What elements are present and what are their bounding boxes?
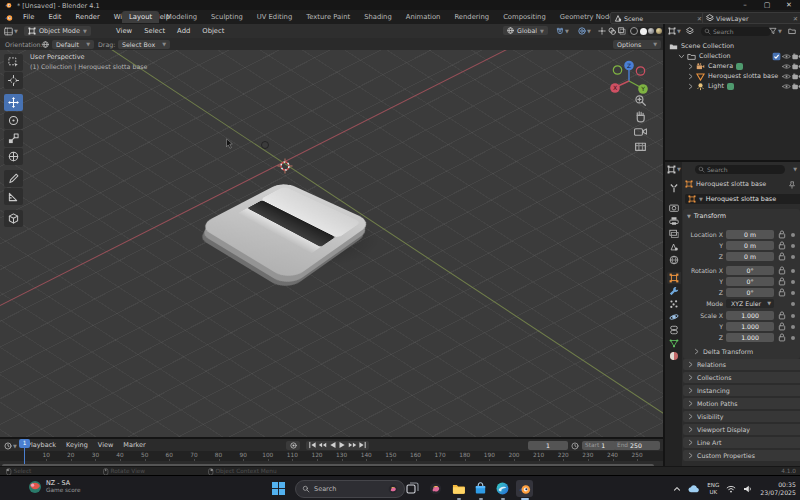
workspace-tab-sculpting[interactable]: Sculpting	[204, 11, 250, 23]
properties-tab-physics[interactable]	[667, 311, 681, 323]
volume-icon[interactable]	[743, 485, 753, 493]
section-collections[interactable]: Collections	[683, 372, 800, 383]
properties-options-chevron-icon[interactable]: ▼	[793, 166, 797, 172]
properties-tab-object[interactable]	[667, 272, 681, 284]
eye-icon[interactable]	[782, 72, 791, 81]
taskbar-icon-blender[interactable]	[516, 480, 533, 497]
lock-open-icon[interactable]	[778, 333, 786, 342]
expand-open-icon[interactable]	[678, 53, 685, 60]
viewport-menu-object[interactable]: Object	[196, 24, 230, 38]
properties-editor-chevron-icon[interactable]: ▼	[677, 166, 681, 172]
minimize-button[interactable]: –	[734, 0, 756, 10]
transform-value-field[interactable]: 0 m	[726, 252, 774, 261]
tray-chevron-up-icon[interactable]	[673, 485, 681, 493]
transform-value-field[interactable]: 0°	[726, 277, 774, 286]
xray-toggle-icon[interactable]	[618, 27, 626, 35]
timeline-menu-marker[interactable]: Marker	[118, 439, 150, 451]
new-collection-icon[interactable]	[788, 27, 796, 35]
viewport-menu-view[interactable]: View	[110, 24, 138, 38]
shading-material-icon[interactable]	[648, 28, 654, 34]
wifi-icon[interactable]	[726, 485, 736, 493]
lock-open-icon[interactable]	[778, 277, 786, 286]
section-delta-transform[interactable]: Delta Transform	[689, 346, 800, 357]
animate-dot-icon[interactable]	[791, 302, 795, 306]
outliner-row-collection[interactable]: Collection	[665, 51, 800, 61]
checkbox-icon[interactable]	[772, 52, 781, 61]
play-reverse-button[interactable]	[328, 441, 337, 449]
eye-icon[interactable]	[782, 62, 791, 71]
object-name-field[interactable]: ▼ Heroquest slotta base	[685, 194, 800, 204]
timeline-editor-type-icon[interactable]	[4, 442, 12, 450]
outliner-row-camera[interactable]: Camera	[665, 61, 800, 71]
tool-annotate[interactable]	[4, 170, 23, 187]
tool-cursor[interactable]	[4, 72, 23, 89]
expand-closed-icon[interactable]	[687, 73, 694, 80]
lock-open-icon[interactable]	[778, 322, 786, 331]
language-indicator[interactable]: ENG UK	[707, 482, 719, 495]
jump-start-button[interactable]	[308, 441, 317, 449]
transform-value-field[interactable]: 1.000	[726, 311, 774, 320]
outliner-search[interactable]: Search	[701, 27, 771, 36]
timeline-editor-chevron-icon[interactable]: ▼	[13, 443, 17, 449]
properties-tab-scene[interactable]	[667, 241, 681, 253]
shading-wireframe-icon[interactable]	[630, 27, 638, 35]
transform-value-field[interactable]: 1.000	[726, 322, 774, 331]
animate-dot-icon[interactable]	[791, 233, 795, 237]
outliner-row-light[interactable]: Light	[665, 81, 800, 91]
transform-section-header[interactable]: ▼ Transform	[687, 212, 726, 220]
camera-toggle-icon[interactable]	[792, 62, 800, 71]
taskbar-icon-task-view[interactable]	[404, 480, 421, 497]
outliner-row-scene-collection[interactable]: Scene Collection	[665, 41, 800, 51]
shading-solid-icon[interactable]	[640, 28, 647, 35]
mode-dropdown[interactable]: Object Mode ▼	[24, 26, 91, 36]
outliner-funnel-icon[interactable]	[769, 27, 777, 35]
taskbar-icon-copilot[interactable]	[427, 480, 444, 497]
animate-dot-icon[interactable]	[791, 244, 795, 248]
proportional-edit-icon[interactable]	[578, 27, 586, 35]
drag-dropdown[interactable]: Select Box ▼	[118, 40, 170, 49]
maximize-button[interactable]: ▢	[756, 0, 778, 10]
proportional-chevron-icon[interactable]: ▼	[587, 28, 591, 34]
animate-dot-icon[interactable]	[791, 325, 795, 329]
expand-closed-icon[interactable]	[687, 63, 694, 70]
show-gizmo-icon[interactable]	[598, 27, 606, 35]
orientation-dropdown[interactable]: Global ▼	[503, 26, 548, 35]
jump-end-button[interactable]	[358, 441, 367, 449]
onedrive-cloud-icon[interactable]	[688, 485, 700, 493]
animate-dot-icon[interactable]	[791, 255, 795, 259]
lock-open-icon[interactable]	[778, 252, 786, 261]
play-button[interactable]	[338, 441, 347, 449]
editor-type-chevron-icon[interactable]: ▼	[14, 28, 18, 34]
tool-add-cube[interactable]	[4, 210, 23, 227]
taskbar-icon-store[interactable]	[472, 480, 489, 497]
animate-dot-icon[interactable]	[791, 314, 795, 318]
lock-open-icon[interactable]	[778, 288, 786, 297]
section-line-art[interactable]: Line Art	[683, 437, 800, 448]
lock-open-icon[interactable]	[778, 230, 786, 239]
workspace-tab-shading[interactable]: Shading	[357, 11, 399, 23]
properties-tab-world[interactable]	[667, 254, 681, 266]
menu-edit[interactable]: Edit	[41, 10, 68, 24]
taskbar-widget[interactable]: NZ - SA Game score	[28, 479, 81, 494]
clock-indicator[interactable]: 00:35 23/07/2025	[760, 481, 796, 496]
animate-dot-icon[interactable]	[791, 280, 795, 284]
perspective-toggle-icon[interactable]	[634, 140, 647, 153]
workspace-tab-modeling[interactable]: Modeling	[159, 11, 204, 23]
section-custom-properties[interactable]: Custom Properties	[683, 450, 800, 461]
pin-id-icon[interactable]	[788, 181, 796, 189]
pan-view-icon[interactable]	[634, 110, 647, 123]
show-overlays-icon[interactable]	[608, 27, 616, 35]
viewlayer-selector[interactable]: ViewLayer ✕	[702, 12, 800, 24]
tool-measure[interactable]	[4, 188, 23, 205]
properties-editor-type-icon[interactable]	[667, 165, 676, 174]
viewport-3d[interactable]: User Perspective (1) Collection | Heroqu…	[0, 50, 663, 437]
snap-magnet-icon[interactable]	[556, 27, 564, 35]
blender-menu-icon[interactable]	[4, 13, 13, 22]
animate-dot-icon[interactable]	[791, 291, 795, 295]
section-relations[interactable]: Relations	[683, 359, 800, 370]
viewport-menu-add[interactable]: Add	[171, 24, 196, 38]
outliner-row-heroquest-slotta-base[interactable]: Heroquest slotta base	[665, 71, 800, 81]
camera-toggle-icon[interactable]	[792, 82, 800, 91]
properties-tab-view-layer[interactable]	[667, 228, 681, 240]
transform-value-field[interactable]: 0 m	[726, 230, 774, 239]
